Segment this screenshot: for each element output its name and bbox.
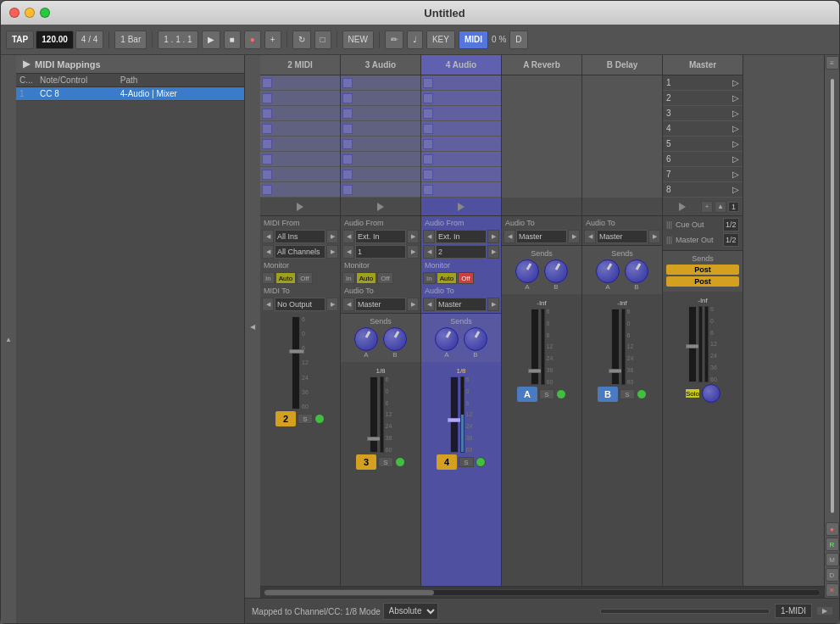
record-button[interactable]: ● — [244, 31, 261, 49]
audio-from-arrow-left-4[interactable]: ◀ — [423, 230, 435, 243]
audio-to-arrow-right-4[interactable]: ▶ — [487, 298, 499, 311]
audio-to-arrow-right-3[interactable]: ▶ — [407, 298, 419, 311]
clip-slot[interactable] — [341, 91, 420, 106]
solo-master[interactable]: Solo — [685, 388, 700, 398]
audio-to-arrow-left-4[interactable]: ◀ — [423, 298, 435, 311]
midi-from-select[interactable]: All Ins — [275, 230, 325, 243]
clip-slot[interactable] — [421, 75, 501, 91]
master-clip-1[interactable]: 1▷ — [663, 75, 743, 91]
send-b-knob-a[interactable] — [544, 259, 568, 283]
fader-4audio[interactable] — [450, 376, 459, 453]
ch-number-a[interactable]: A — [517, 387, 537, 402]
side-resize-handle[interactable] — [831, 79, 834, 513]
send-b-knob-b[interactable] — [625, 259, 648, 283]
audio-input-select-4[interactable]: 2 — [436, 245, 487, 259]
scrollbar-thumb[interactable] — [264, 590, 434, 595]
monitor-off-2midi[interactable]: Off — [297, 272, 313, 284]
headphone-knob[interactable] — [702, 384, 720, 403]
key-button[interactable]: KEY — [426, 31, 455, 49]
clip-btn[interactable] — [423, 170, 433, 180]
clip-slot[interactable] — [341, 121, 420, 136]
time-sig-display[interactable]: 4 / 4 — [75, 31, 103, 49]
mixer-scroll-left[interactable]: ◀ — [245, 55, 260, 598]
ch-number-4[interactable]: 4 — [437, 454, 457, 470]
midi-channel-select[interactable]: All Channels — [275, 245, 325, 259]
fader-master[interactable] — [688, 306, 697, 382]
clip-btn[interactable] — [342, 170, 353, 180]
bpm-display[interactable]: 120.00 — [36, 31, 74, 49]
solo-a[interactable]: S — [539, 389, 554, 399]
audio-from-arrow-left-3[interactable]: ◀ — [342, 230, 354, 243]
clip-btn[interactable] — [342, 139, 353, 149]
audio-to-arrow-left-b[interactable]: ◀ — [584, 230, 596, 243]
clip-slot[interactable] — [341, 152, 420, 167]
play-button[interactable]: ▶ — [202, 31, 220, 49]
master-clip-7[interactable]: 7▷ — [663, 167, 743, 182]
new-button[interactable]: NEW — [342, 31, 374, 49]
clip-btn[interactable] — [342, 124, 353, 134]
clip-slot[interactable] — [421, 182, 501, 198]
clip-slot[interactable] — [421, 106, 501, 121]
monitor-off-3[interactable]: Off — [377, 272, 393, 284]
horizontal-scrollbar[interactable] — [260, 586, 824, 598]
clip-slot[interactable] — [260, 182, 340, 198]
audio-from-arrow-right-4[interactable]: ▶ — [487, 230, 499, 243]
post-btn-1[interactable]: Post — [666, 265, 739, 275]
fader-3audio[interactable] — [370, 376, 378, 453]
master-clip-6[interactable]: 6▷ — [663, 152, 743, 167]
midi-to-select[interactable]: No Output — [275, 298, 325, 311]
play-triangle-3audio[interactable] — [377, 203, 384, 211]
clip-btn[interactable] — [262, 170, 272, 180]
clip-btn[interactable] — [342, 154, 353, 164]
play-triangle-4audio[interactable] — [458, 203, 465, 211]
midi-ch-arrow-left[interactable]: ◀ — [262, 245, 274, 259]
audio-input-select-3[interactable]: 1 — [355, 245, 406, 259]
audio-from-select-3[interactable]: Ext. In — [355, 230, 406, 243]
master-clip-3[interactable]: 3▷ — [663, 106, 743, 121]
fader-areverb[interactable] — [531, 309, 539, 385]
clip-slot[interactable] — [421, 121, 501, 136]
clip-btn[interactable] — [262, 139, 272, 149]
clip-slot[interactable] — [260, 167, 340, 182]
activator-4[interactable] — [476, 457, 486, 467]
side-btn-r[interactable]: R — [826, 538, 839, 551]
solo-4[interactable]: S — [459, 457, 474, 467]
metro-button[interactable]: ♩ — [407, 31, 423, 49]
ch-number-3[interactable]: 3 — [356, 454, 376, 470]
post-btn-2[interactable]: Post — [666, 276, 739, 287]
draw-button[interactable]: ✏ — [385, 31, 403, 49]
activator-3[interactable] — [395, 457, 405, 467]
audio-to-arrow-left-3[interactable]: ◀ — [342, 298, 354, 311]
master-clip-4[interactable]: 4▷ — [663, 121, 743, 136]
audio-from-select-4[interactable]: Ext. In — [436, 230, 487, 243]
table-row[interactable]: 1 CC 8 4-Audio | Mixer — [16, 87, 244, 101]
side-btn-menu[interactable]: ≡ — [826, 56, 839, 70]
close-button[interactable] — [9, 8, 19, 18]
clip-btn[interactable] — [262, 124, 272, 134]
clip-btn[interactable] — [423, 185, 433, 195]
clip-slot[interactable] — [260, 106, 340, 121]
solo-b[interactable]: S — [620, 389, 635, 399]
send-a-knob-b[interactable] — [596, 259, 620, 283]
position-display[interactable]: 1 . 1 . 1 — [158, 31, 197, 49]
master-scene-up[interactable]: ▲ — [715, 201, 726, 213]
clip-btn[interactable] — [262, 78, 272, 88]
master-clip-8[interactable]: 8▷ — [663, 182, 743, 198]
send-b-knob-3[interactable] — [383, 327, 407, 351]
clip-slot[interactable] — [341, 136, 420, 152]
side-btn-m[interactable]: M — [826, 553, 839, 566]
activator-a[interactable] — [556, 389, 566, 399]
punch-button[interactable]: □ — [314, 31, 331, 49]
send-a-knob-3[interactable] — [354, 327, 378, 351]
side-btn-io[interactable]: ● — [826, 522, 839, 536]
play-triangle-master[interactable] — [679, 203, 686, 211]
fader-2midi[interactable] — [292, 316, 300, 410]
clip-slot[interactable] — [421, 136, 501, 152]
side-btn-d[interactable]: D — [826, 568, 839, 582]
loop-length-btn[interactable]: 1 Bar — [114, 31, 147, 49]
maximize-button[interactable] — [40, 8, 50, 18]
activator-2midi[interactable] — [314, 414, 325, 424]
monitor-auto-2midi[interactable]: Auto — [275, 272, 296, 284]
clip-slot[interactable] — [421, 91, 501, 106]
monitor-auto-4[interactable]: Auto — [437, 272, 457, 284]
